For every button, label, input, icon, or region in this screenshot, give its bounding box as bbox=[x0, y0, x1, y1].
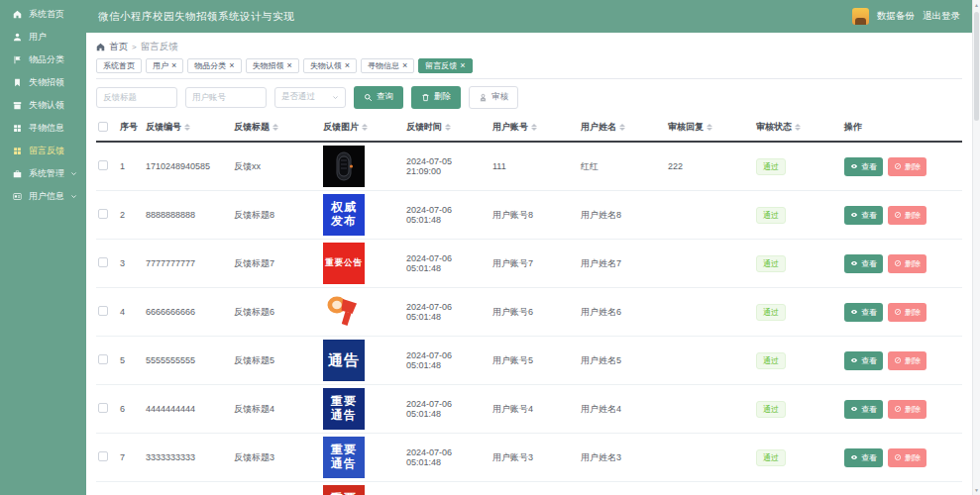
user-account-input[interactable] bbox=[185, 87, 267, 108]
tab-留言反馈[interactable]: 留言反馈× bbox=[418, 58, 472, 73]
row-delete-button[interactable]: 删除 bbox=[888, 303, 926, 322]
row-no: 2 bbox=[118, 191, 144, 240]
row-delete-button[interactable]: 删除 bbox=[888, 351, 926, 370]
avatar[interactable] bbox=[852, 8, 869, 25]
sidebar-item-label: 系统管理 bbox=[29, 167, 64, 180]
close-icon[interactable]: × bbox=[287, 61, 292, 70]
row-checkbox[interactable] bbox=[98, 354, 108, 364]
status-badge: 通过 bbox=[756, 255, 786, 272]
close-icon[interactable]: × bbox=[345, 61, 350, 70]
row-checkbox[interactable] bbox=[98, 403, 108, 413]
row-delete-button[interactable]: 删除 bbox=[888, 157, 926, 176]
row-checkbox[interactable] bbox=[98, 160, 108, 170]
home-icon bbox=[13, 10, 22, 19]
column-header: 反馈编号 bbox=[146, 121, 230, 134]
breadcrumb-home[interactable]: 首页 bbox=[109, 41, 128, 53]
pass-status-select[interactable]: 是否通过 bbox=[274, 87, 346, 108]
review-button[interactable]: 审核 bbox=[469, 86, 518, 109]
close-icon[interactable]: × bbox=[229, 61, 234, 70]
feedback-title: 反馈标题3 bbox=[232, 434, 321, 482]
ban-icon bbox=[894, 405, 902, 413]
sidebar-item-item-category[interactable]: 物品分类 bbox=[0, 49, 86, 71]
feedback-image[interactable]: 重要公告 bbox=[323, 243, 365, 284]
sort-icon[interactable] bbox=[445, 124, 451, 131]
column-header-label: 反馈图片 bbox=[323, 121, 359, 134]
sort-icon[interactable] bbox=[795, 124, 801, 131]
feedback-title: 反馈标题2 bbox=[232, 482, 321, 495]
sidebar-item-user[interactable]: 用户 bbox=[0, 26, 86, 49]
close-icon[interactable]: × bbox=[171, 61, 176, 70]
feedback-time: 2024-07-05 21:09:00 bbox=[404, 142, 490, 191]
view-button[interactable]: 查看 bbox=[844, 448, 883, 467]
tab-失物认领[interactable]: 失物认领× bbox=[303, 58, 357, 73]
view-button[interactable]: 查看 bbox=[844, 303, 883, 322]
id-card-icon bbox=[13, 192, 22, 201]
sidebar-item-user-info[interactable]: 用户信息 bbox=[0, 185, 86, 208]
tab-失物招领[interactable]: 失物招领× bbox=[246, 58, 299, 73]
row-checkbox[interactable] bbox=[98, 306, 108, 316]
feedback-image[interactable]: 权威发布 bbox=[323, 194, 365, 236]
view-button[interactable]: 查看 bbox=[844, 206, 883, 225]
topbar: 微信小程序校园失物招领系统设计与实现 数据备份 退出登录 bbox=[86, 0, 972, 33]
feedback-image[interactable] bbox=[323, 146, 365, 187]
feedback-image[interactable]: 重要通告 bbox=[323, 437, 365, 478]
sidebar-item-system-manage[interactable]: 系统管理 bbox=[0, 162, 86, 185]
row-delete-button[interactable]: 删除 bbox=[888, 206, 926, 225]
sort-icon[interactable] bbox=[184, 124, 190, 131]
tab-物品分类[interactable]: 物品分类× bbox=[187, 58, 241, 73]
sort-icon[interactable] bbox=[362, 124, 368, 131]
sort-icon[interactable] bbox=[707, 124, 712, 131]
row-delete-button[interactable]: 删除 bbox=[888, 400, 926, 419]
feedback-image[interactable]: 通告 bbox=[323, 340, 365, 381]
tab-用户[interactable]: 用户× bbox=[146, 58, 183, 73]
feedback-image-text: 发布 bbox=[331, 215, 357, 229]
sidebar-item-seek-info[interactable]: 寻物信息 bbox=[0, 117, 86, 140]
scroll-thumb[interactable] bbox=[974, 12, 979, 121]
row-delete-button-label: 删除 bbox=[905, 210, 921, 221]
scroll-down-arrow[interactable]: ▼ bbox=[973, 485, 980, 495]
sidebar-item-feedback[interactable]: 留言反馈 bbox=[0, 140, 86, 162]
feedback-title-input[interactable] bbox=[96, 87, 177, 108]
eye-icon bbox=[850, 308, 858, 316]
feedback-image[interactable]: 重要通告 bbox=[323, 388, 365, 430]
review-reply bbox=[666, 288, 754, 337]
close-icon[interactable]: × bbox=[460, 61, 465, 70]
view-button[interactable]: 查看 bbox=[844, 351, 883, 370]
column-header: 用户账号 bbox=[492, 121, 577, 134]
status-badge: 通过 bbox=[756, 304, 786, 321]
flag-icon bbox=[13, 55, 22, 64]
sort-icon[interactable] bbox=[272, 124, 278, 131]
backup-link[interactable]: 数据备份 bbox=[877, 10, 915, 23]
feedback-image[interactable]: 重要通知 bbox=[323, 485, 365, 495]
search-button-label: 查询 bbox=[377, 91, 393, 103]
page-title: 微信小程序校园失物招领系统设计与实现 bbox=[98, 10, 294, 24]
sidebar-item-lost-claim[interactable]: 失物认领 bbox=[0, 94, 86, 117]
tab-系统首页[interactable]: 系统首页 bbox=[96, 58, 142, 73]
main-content: 首页 > 留言反馈 系统首页用户×物品分类×失物招领×失物认领×寻物信息×留言反… bbox=[86, 33, 972, 495]
tab-寻物信息[interactable]: 寻物信息× bbox=[361, 58, 414, 73]
review-reply bbox=[666, 434, 754, 482]
row-delete-button[interactable]: 删除 bbox=[888, 448, 926, 467]
sort-icon[interactable] bbox=[531, 124, 537, 131]
row-checkbox[interactable] bbox=[98, 257, 108, 267]
view-button[interactable]: 查看 bbox=[844, 254, 883, 273]
delete-button[interactable]: 删除 bbox=[411, 86, 461, 109]
logout-link[interactable]: 退出登录 bbox=[923, 10, 960, 23]
view-button[interactable]: 查看 bbox=[844, 400, 883, 419]
sidebar-item-home[interactable]: 系统首页 bbox=[0, 3, 86, 26]
search-button[interactable]: 查询 bbox=[354, 86, 403, 109]
row-delete-button[interactable]: 删除 bbox=[888, 254, 926, 273]
tab-label: 留言反馈 bbox=[425, 60, 457, 71]
row-checkbox[interactable] bbox=[98, 209, 108, 219]
sort-icon[interactable] bbox=[619, 124, 625, 131]
row-checkbox[interactable] bbox=[98, 451, 108, 461]
close-icon[interactable]: × bbox=[402, 61, 407, 70]
sidebar-item-label: 失物招领 bbox=[29, 76, 64, 89]
vertical-scrollbar[interactable]: ▲ ▼ bbox=[972, 0, 980, 495]
view-button[interactable]: 查看 bbox=[844, 157, 883, 176]
scroll-up-arrow[interactable]: ▲ bbox=[973, 0, 980, 10]
tab-label: 系统首页 bbox=[103, 60, 135, 71]
sidebar-item-lost-found[interactable]: 失物招领 bbox=[0, 71, 86, 94]
feedback-image[interactable] bbox=[323, 291, 365, 333]
select-all-checkbox[interactable] bbox=[98, 122, 108, 132]
